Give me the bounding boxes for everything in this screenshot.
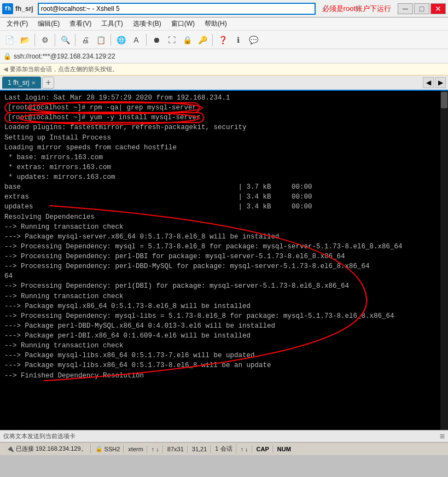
connection-status: 🔌 已连接 192.168.234.129。	[3, 444, 91, 453]
ip-text: 192.168.234.129。	[36, 445, 87, 453]
print2-button[interactable]: 📋	[94, 33, 108, 47]
connection-icon: 🔌	[7, 445, 14, 452]
app-icon: fh	[2, 3, 13, 14]
terminal-line: ---> Package perl-DBI.x86_64 0:1.609-4.e…	[4, 331, 444, 341]
terminal-line: --> Processing Dependency: perl-DBD-MySQ…	[4, 261, 444, 271]
num-segment: NUM	[274, 445, 294, 453]
lock-status-icon: 🔒	[95, 445, 103, 452]
toolbar-separator-2	[55, 34, 55, 46]
terminal-container: Last login: Sat Mar 28 19:57:29 2020 fro…	[0, 91, 448, 430]
terminal[interactable]: Last login: Sat Mar 28 19:57:29 2020 fro…	[0, 91, 448, 430]
record-button[interactable]: ⏺	[149, 33, 164, 47]
properties-button[interactable]: ⚙	[38, 33, 52, 47]
tab-nav: ◀ ▶	[423, 77, 446, 88]
info-bar: ◀ 要添加当前会话，点击左侧的箭头按钮。	[0, 63, 448, 75]
terminal-line: extras | 3.4 kB 00:00	[4, 192, 444, 202]
terminal-line: 64	[4, 271, 444, 281]
search-button[interactable]: 🔍	[58, 33, 72, 47]
terminal-line: --> Processing Dependency: mysql-libs = …	[4, 311, 444, 321]
size-segment: 87x31	[164, 445, 188, 453]
key-button[interactable]: 🔑	[195, 33, 210, 47]
menu-bar: 文件(F)编辑(E)查看(V)工具(T)选项卡(B)窗口(W)帮助(H)	[0, 18, 448, 31]
terminal-line: --> Processing Dependency: perl(DBI) for…	[4, 281, 444, 291]
open-button[interactable]: 📂	[18, 33, 32, 47]
toolbar-separator-5	[146, 34, 147, 46]
menu-item-w[interactable]: 窗口(W)	[167, 18, 199, 30]
terminal-content: Last login: Sat Mar 28 19:57:29 2020 fro…	[4, 93, 444, 381]
globe-button[interactable]: 🌐	[114, 33, 128, 47]
position-text: 31,21	[192, 446, 207, 452]
tab-nav-right[interactable]: ▶	[435, 77, 446, 88]
info-button[interactable]: ℹ	[231, 33, 245, 47]
terminal-line: ---> Package mysql-server.x86_64 0:5.1.7…	[4, 232, 444, 242]
lock-button[interactable]: 🔒	[180, 33, 194, 47]
tab-add-button[interactable]: +	[42, 77, 54, 89]
fullscreen-button[interactable]: ⛶	[165, 33, 179, 47]
up-arrow-icon: ↑	[152, 446, 155, 452]
nav-arrows-segment: ↑ ↓	[237, 445, 252, 453]
lock-icon: 🔒	[3, 53, 11, 60]
tab-nav-left[interactable]: ◀	[423, 77, 434, 88]
terminal-line: --> Running transaction check	[4, 222, 444, 232]
status-bar: 🔌 已连接 192.168.234.129。 🔒 SSH2 xterm ↑ ↓ …	[0, 442, 448, 455]
terminal-line: * base: mirrors.163.com	[4, 153, 444, 162]
scroll-thumb[interactable]	[441, 92, 447, 108]
down-arrow-icon: ↓	[156, 446, 159, 452]
text-button[interactable]: A	[129, 33, 143, 47]
nav-up-icon[interactable]: ↑	[241, 446, 244, 452]
cap-segment: CAP	[253, 445, 273, 453]
toolbar-separator-4	[110, 34, 111, 46]
toolbar-separator-1	[34, 34, 35, 46]
menu-item-t[interactable]: 工具(T)	[97, 18, 127, 30]
term-label: xterm	[128, 446, 143, 452]
minimize-button[interactable]: ─	[398, 3, 413, 14]
hamburger-icon[interactable]: ≡	[440, 432, 445, 441]
annotation-text: 必须是root账户下运行	[322, 4, 391, 14]
menu-item-b[interactable]: 选项卡(B)	[129, 18, 166, 30]
terminal-line: Loading mirror speeds from cached hostfi…	[4, 143, 444, 153]
help-button[interactable]: ❓	[216, 33, 230, 47]
tab-close-icon[interactable]: ✕	[31, 80, 36, 86]
terminal-line: ---> Package mysql-libs.x86_64 0:5.1.73-…	[4, 351, 444, 360]
menu-item-f[interactable]: 文件(F)	[2, 18, 32, 30]
terminal-line: * updates: mirrors.163.com	[4, 172, 444, 182]
term-segment: xterm	[125, 445, 147, 453]
terminal-line: --> Finished Dependency Resolution	[4, 371, 444, 381]
terminal-line: Resolving Dependencies	[4, 212, 444, 222]
nav-down-icon[interactable]: ↓	[245, 446, 248, 452]
num-label: NUM	[277, 446, 291, 452]
new-button[interactable]: 📄	[2, 33, 16, 47]
title-bar: fh fh_srj 必须是root账户下运行 ─ □ ✕	[0, 0, 448, 18]
terminal-line: updates | 3.4 kB 00:00	[4, 202, 444, 212]
terminal-line: [root@localhost ~]# yum -y install mysql…	[4, 113, 444, 123]
chat-button[interactable]: 💬	[246, 33, 260, 47]
connection-text: 已连接	[16, 445, 34, 453]
scrollbar[interactable]	[440, 91, 448, 430]
menu-item-v[interactable]: 查看(V)	[65, 18, 96, 30]
info-arrow-icon[interactable]: ◀	[3, 66, 8, 73]
toolbar-separator-6	[212, 34, 213, 46]
sessions-text: 1 会话	[215, 445, 232, 453]
print-button[interactable]: 🖨	[78, 33, 92, 47]
terminal-line: Loaded plugins: fastestmirror, refresh-p…	[4, 123, 444, 132]
toolbar-separator-3	[75, 34, 75, 46]
cap-label: CAP	[257, 446, 269, 452]
sessions-segment: 1 会话	[212, 444, 236, 453]
menu-item-h[interactable]: 帮助(H)	[200, 18, 231, 30]
ssh-label: SSH2	[104, 446, 120, 452]
menu-item-e[interactable]: 编辑(E)	[33, 18, 64, 30]
bottom-text-area: 仅将文本发送到当前选项卡	[3, 432, 438, 440]
terminal-line: base | 3.7 kB 00:00	[4, 182, 444, 192]
tab-label: 1 fh_srj	[8, 79, 29, 86]
terminal-line: * extras: mirrors.163.com	[4, 162, 444, 172]
terminal-line: ---> Package mysql-libs.x86_64 0:5.1.73-…	[4, 360, 444, 370]
title-input[interactable]	[38, 3, 316, 15]
size-text: 87x31	[167, 446, 184, 452]
tab-bar: 1 fh_srj ✕ + ◀ ▶	[0, 75, 448, 91]
terminal-line: Last login: Sat Mar 28 19:57:29 2020 fro…	[4, 93, 444, 103]
terminal-line: --> Processing Dependency: mysql = 5.1.7…	[4, 242, 444, 252]
close-button[interactable]: ✕	[430, 3, 446, 14]
maximize-button[interactable]: □	[414, 3, 429, 14]
tab-fh-srj[interactable]: 1 fh_srj ✕	[2, 77, 41, 89]
bottom-text: 仅将文本发送到当前选项卡	[3, 432, 75, 440]
